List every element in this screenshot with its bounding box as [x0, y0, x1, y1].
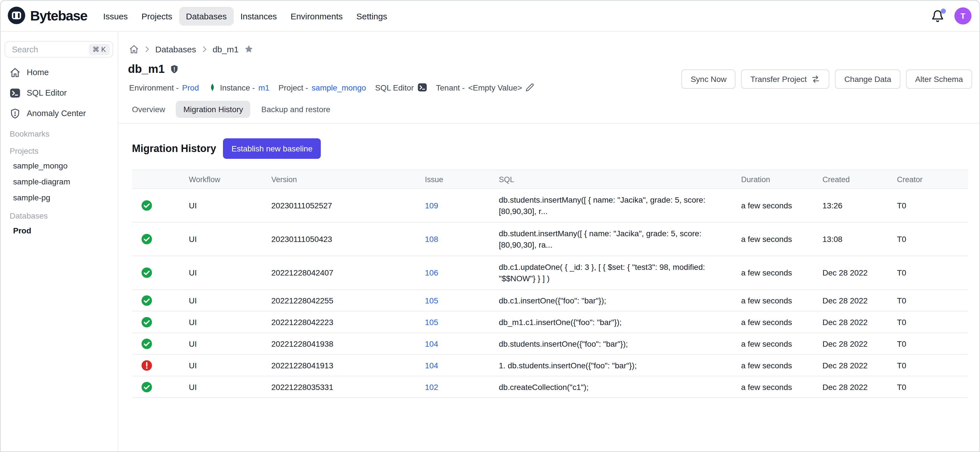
issue-link[interactable]: 105 [425, 317, 438, 326]
transfer-icon [811, 75, 821, 84]
cell-issue: 104 [425, 333, 499, 355]
sidebar-item-sample-pg[interactable]: sample-pg [0, 190, 118, 206]
cell-duration: a few seconds [741, 311, 822, 333]
tab-backup-and-restore[interactable]: Backup and restore [254, 101, 338, 118]
cell-sql: 1. db.students.insertOne({"foo": "bar"})… [499, 355, 741, 376]
cell-workflow: UI [189, 256, 271, 289]
nav-item-projects[interactable]: Projects [135, 6, 179, 26]
cell-workflow: UI [189, 376, 271, 398]
cell-version: 20221228035331 [271, 376, 425, 398]
tab-migration-history[interactable]: Migration History [176, 101, 251, 118]
sidebar-item-label: Anomaly Center [27, 109, 86, 118]
table-row: UI20221228042407106db.c1.updateOne( { _i… [132, 256, 968, 289]
sidebar-item-anomaly-center[interactable]: Anomaly Center [0, 103, 118, 123]
cell-creator: T0 [897, 289, 968, 311]
issue-link[interactable]: 108 [425, 235, 438, 244]
nav-item-databases[interactable]: Databases [179, 6, 234, 26]
cell-sql: db.createCollection("c1"); [499, 376, 741, 398]
tabs: OverviewMigration HistoryBackup and rest… [124, 101, 980, 118]
status-success-icon [132, 189, 189, 222]
cell-sql: db.students.insertOne({"foo": "bar"}); [499, 333, 741, 355]
alter-schema-button[interactable]: Alter Schema [906, 69, 972, 89]
establish-baseline-button[interactable]: Establish new baseline [223, 138, 321, 159]
sidebar-item-label: Home [27, 68, 49, 77]
sidebar-item-home[interactable]: Home [0, 62, 118, 83]
nav-item-issues[interactable]: Issues [96, 6, 135, 26]
cell-created: Dec 28 2022 [822, 376, 897, 398]
chevron-right-icon [200, 45, 208, 54]
instance-link[interactable]: m1 [258, 83, 269, 92]
app-window: Bytebase IssuesProjectsDatabasesInstance… [0, 0, 980, 452]
cell-duration: a few seconds [741, 376, 822, 398]
sidebar-item-sql-editor[interactable]: SQL Editor [0, 83, 118, 103]
tab-overview[interactable]: Overview [124, 101, 173, 118]
status-success-icon [132, 376, 189, 398]
home-icon[interactable] [129, 45, 139, 54]
sidebar-item-sample-mongo[interactable]: sample_mongo [0, 158, 118, 174]
issue-link[interactable]: 105 [425, 296, 438, 305]
cell-creator: T0 [897, 376, 968, 398]
shield-alert-icon [10, 108, 21, 119]
cell-version: 20221228042255 [271, 289, 425, 311]
sidebar-section-header-databases: Databases [0, 209, 118, 223]
nav-item-environments[interactable]: Environments [284, 6, 350, 26]
notifications-button[interactable] [931, 10, 944, 22]
cell-created: Dec 28 2022 [822, 311, 897, 333]
user-avatar[interactable]: T [955, 7, 972, 24]
search-shortcut-badge: ⌘ K [88, 43, 110, 55]
status-success-icon [132, 333, 189, 355]
cell-sql: db.c1.insertOne({"foo": "bar"}); [499, 289, 741, 311]
bytebase-logo[interactable]: Bytebase [6, 6, 87, 26]
cell-creator: T0 [897, 333, 968, 355]
sync-now-button[interactable]: Sync Now [682, 69, 736, 89]
issue-link[interactable]: 109 [425, 201, 438, 210]
issue-link[interactable]: 104 [425, 361, 438, 370]
button-label: Sync Now [691, 75, 727, 84]
meta-sql-editor[interactable]: SQL Editor [375, 83, 427, 92]
issue-link[interactable]: 102 [425, 382, 438, 391]
migration-history-table-wrap: WorkflowVersionIssueSQLDurationCreatedCr… [132, 169, 968, 398]
cell-created: Dec 28 2022 [822, 256, 897, 289]
cell-workflow: UI [189, 222, 271, 256]
cell-sql: db.student.insertMany([ { name: "Jacika"… [499, 222, 741, 256]
main-content: Databases db_m1 db_m1 Environment - Prod [118, 32, 980, 452]
cell-issue: 106 [425, 256, 499, 289]
cell-created: Dec 28 2022 [822, 289, 897, 311]
migration-section-header: Migration History Establish new baseline [132, 138, 980, 159]
button-label: Transfer Project [751, 75, 807, 84]
sidebar-item-prod[interactable]: Prod [0, 223, 118, 238]
table-row: UI20230111050423108db.student.insertMany… [132, 222, 968, 256]
cell-workflow: UI [189, 189, 271, 222]
status-error-icon [132, 355, 189, 376]
edit-pencil-icon[interactable] [525, 83, 534, 92]
issue-link[interactable]: 104 [425, 339, 438, 348]
table-header-row: WorkflowVersionIssueSQLDurationCreatedCr… [132, 170, 968, 189]
sql-editor-icon [10, 87, 21, 98]
chevron-right-icon [143, 45, 151, 54]
cell-version: 20230111052527 [271, 189, 425, 222]
sql-editor-icon[interactable] [417, 83, 427, 92]
search-input[interactable] [11, 44, 88, 54]
table-row: UI20221228041938104db.students.insertOne… [132, 333, 968, 355]
sidebar-item-sample-diagram[interactable]: sample-diagram [0, 174, 118, 190]
cell-version: 20221228042223 [271, 311, 425, 333]
column-header-status [132, 170, 189, 189]
breadcrumb-link-databases[interactable]: Databases [155, 45, 196, 54]
favorite-star-icon[interactable] [244, 45, 253, 54]
cell-issue: 109 [425, 189, 499, 222]
breadcrumb: Databases db_m1 [129, 45, 980, 54]
sidebar: ⌘ K HomeSQL EditorAnomaly Center Bookmar… [0, 32, 118, 452]
issue-link[interactable]: 106 [425, 268, 438, 277]
project-link[interactable]: sample_mongo [312, 83, 366, 92]
transfer-project-button[interactable]: Transfer Project [741, 69, 830, 89]
migration-history-table: WorkflowVersionIssueSQLDurationCreatedCr… [132, 169, 968, 398]
brand-name: Bytebase [30, 8, 87, 24]
nav-item-instances[interactable]: Instances [234, 6, 283, 26]
button-label: Change Data [844, 75, 891, 84]
cell-created: Dec 28 2022 [822, 333, 897, 355]
nav-item-settings[interactable]: Settings [350, 6, 394, 26]
sidebar-nav: HomeSQL EditorAnomaly Center [0, 62, 118, 123]
change-data-button[interactable]: Change Data [835, 69, 900, 89]
environment-link[interactable]: Prod [182, 83, 199, 92]
table-row: UI20230111052527109db.students.insertMan… [132, 189, 968, 222]
